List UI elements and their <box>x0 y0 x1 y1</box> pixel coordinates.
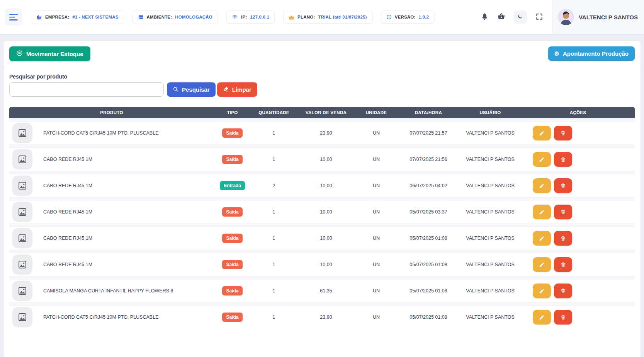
search-button-label: Pesquisar <box>182 86 210 93</box>
badge-label: AMBIENTE: <box>147 15 172 19</box>
quantity-cell: 1 <box>251 314 297 320</box>
trash-icon <box>560 235 566 241</box>
col-quantidade: QUANTIDADE <box>251 110 297 115</box>
divider <box>3 67 641 67</box>
clear-button[interactable]: Limpar <box>217 82 257 97</box>
circle-lines-icon <box>16 50 23 58</box>
unit-cell: UN <box>355 209 398 215</box>
cart-button[interactable] <box>497 12 505 22</box>
move-stock-label: Movimentar Estoque <box>26 51 83 57</box>
product-name: CABO REDE RJ45 1M <box>43 262 92 267</box>
product-image-placeholder <box>12 176 32 196</box>
col-usuario: USUÁRIO <box>459 110 521 115</box>
delete-button[interactable] <box>554 257 572 272</box>
notifications-button[interactable] <box>481 12 489 22</box>
move-stock-button[interactable]: Movimentar Estoque <box>9 46 90 61</box>
search-icon <box>173 86 178 93</box>
datetime-cell: 07/07/2025 21:57 <box>398 130 459 136</box>
table-row: PATCH-CORD CAT5 C/RJ45 10M PTO, PLUSCABL… <box>9 302 635 328</box>
quantity-cell: 1 <box>251 288 297 294</box>
datetime-cell: 07/07/2025 21:56 <box>398 157 459 162</box>
user-cell: VALTENCI P SANTOS <box>459 236 521 241</box>
ip-badge: IP: 127.0.0.1 <box>226 10 275 24</box>
delete-button[interactable] <box>554 284 572 298</box>
image-icon <box>18 313 27 322</box>
datetime-cell: 05/07/2025 01:08 <box>398 314 459 320</box>
delete-button[interactable] <box>554 152 572 167</box>
search-button[interactable]: Pesquisar <box>167 82 216 97</box>
menu-toggle-button[interactable] <box>5 8 22 26</box>
unit-cell: UN <box>355 183 398 188</box>
trash-icon <box>560 288 566 294</box>
product-image-placeholder <box>12 149 32 169</box>
badge-value[interactable]: TRIAL (até 31/07/2025) <box>318 15 367 19</box>
type-badge: Saída <box>222 155 242 164</box>
product-search-input[interactable] <box>9 82 164 97</box>
crown-icon <box>289 15 294 20</box>
delete-button[interactable] <box>554 205 572 219</box>
col-produto: PRODUTO <box>9 110 214 115</box>
sale-value-cell: 61,35 <box>297 288 355 294</box>
topbar: EMPRESA: #1 - NEXT SISTEMAS AMBIENTE: HO… <box>0 0 644 34</box>
product-image-placeholder <box>12 202 32 222</box>
sale-value-cell: 10,00 <box>297 262 355 267</box>
table-header: PRODUTO TIPO QUANTIDADE VALOR DE VENDA U… <box>9 107 635 118</box>
delete-button[interactable] <box>554 126 572 140</box>
quantity-cell: 2 <box>251 183 297 188</box>
datetime-cell: 05/07/2025 01:08 <box>398 236 459 241</box>
bell-icon <box>481 12 489 22</box>
unit-cell: UN <box>355 314 398 320</box>
badge-value[interactable]: #1 - NEXT SISTEMAS <box>72 15 118 19</box>
dark-mode-button[interactable] <box>514 10 527 24</box>
user-cell: VALTENCI P SANTOS <box>459 288 521 294</box>
unit-cell: UN <box>355 288 398 294</box>
edit-button[interactable] <box>533 205 551 219</box>
product-image-placeholder <box>12 228 32 248</box>
datetime-cell: 05/07/2025 01:08 <box>398 262 459 267</box>
edit-button[interactable] <box>533 257 551 272</box>
badge-label: PLANO: <box>297 15 315 19</box>
sale-value-cell: 10,00 <box>297 157 355 162</box>
production-entry-button[interactable]: ⚙ Apontamento Produção <box>548 46 635 61</box>
version-badge: VERSÃO: 1.0.2 <box>381 10 434 24</box>
type-badge: Entrada <box>220 181 245 190</box>
badge-value[interactable]: 127.0.0.1 <box>250 15 269 19</box>
edit-button[interactable] <box>533 152 551 167</box>
col-valor: VALOR DE VENDA <box>297 110 355 115</box>
pencil-icon <box>539 288 545 294</box>
product-name: PATCH-CORD CAT5 C/RJ45 10M PTO, PLUSCABL… <box>43 314 158 320</box>
server-icon <box>138 14 144 20</box>
moon-icon <box>517 14 523 20</box>
environment-badge: AMBIENTE: HOMOLOGAÇÃO <box>133 10 218 24</box>
delete-button[interactable] <box>554 178 572 193</box>
col-unidade: UNIDADE <box>355 110 398 115</box>
gear-icon: ⚙ <box>554 51 559 56</box>
product-image-placeholder <box>12 123 32 143</box>
type-badge: Saída <box>222 286 242 296</box>
product-image-placeholder <box>12 307 32 327</box>
edit-button[interactable] <box>533 126 551 140</box>
pencil-icon <box>539 157 545 162</box>
pencil-icon <box>539 236 545 241</box>
edit-button[interactable] <box>533 284 551 298</box>
trash-icon <box>560 209 566 215</box>
badge-value[interactable]: 1.0.2 <box>418 15 429 19</box>
image-icon <box>18 181 27 190</box>
user-menu[interactable]: VALTENCI P SANTOS <box>552 0 644 34</box>
edit-button[interactable] <box>533 310 551 325</box>
delete-button[interactable] <box>554 231 572 246</box>
user-name: VALTENCI P SANTOS <box>579 14 638 20</box>
edit-button[interactable] <box>533 178 551 193</box>
edit-button[interactable] <box>533 231 551 246</box>
unit-cell: UN <box>355 157 398 162</box>
product-image-placeholder <box>12 281 32 301</box>
building-icon <box>36 14 42 20</box>
user-cell: VALTENCI P SANTOS <box>459 262 521 267</box>
badge-value[interactable]: HOMOLOGAÇÃO <box>175 15 212 19</box>
delete-button[interactable] <box>554 310 572 325</box>
type-badge: Saída <box>222 128 242 138</box>
eraser-icon <box>223 86 229 93</box>
type-badge: Saída <box>222 234 242 243</box>
fullscreen-button[interactable] <box>535 13 543 22</box>
pencil-icon <box>539 183 545 189</box>
